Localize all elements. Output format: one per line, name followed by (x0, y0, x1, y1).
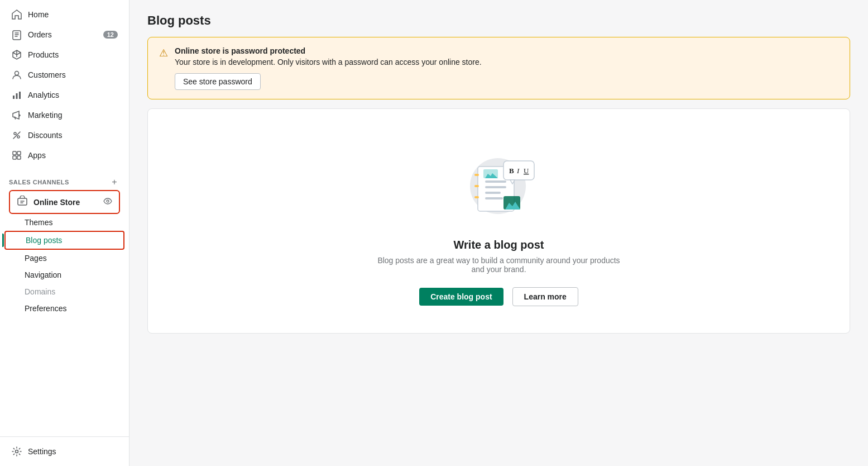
orders-badge: 12 (103, 31, 118, 39)
alert-description: Your store is in development. Only visit… (175, 58, 482, 66)
apps-icon (11, 150, 22, 161)
svg-point-1 (15, 72, 19, 75)
sidebar: Home Orders 12 Products Customers (0, 0, 130, 466)
svg-rect-29 (474, 174, 479, 176)
sidebar-nav: Home Orders 12 Products Customers (0, 0, 129, 170)
svg-rect-8 (17, 151, 21, 155)
online-store-icon (17, 196, 28, 208)
sidebar-item-discounts[interactable]: Discounts (4, 125, 124, 145)
svg-rect-2 (13, 96, 15, 99)
sub-item-pages[interactable]: Pages (4, 250, 124, 267)
sidebar-item-settings[interactable]: Settings (4, 441, 124, 462)
svg-rect-17 (485, 186, 506, 188)
svg-rect-31 (474, 196, 479, 198)
see-store-password-button[interactable]: See store password (175, 73, 261, 90)
marketing-icon (11, 110, 22, 121)
products-icon (11, 49, 22, 60)
sidebar-item-products[interactable]: Products (4, 45, 124, 65)
svg-rect-4 (19, 92, 21, 99)
add-sales-channel-button[interactable]: + (109, 177, 120, 188)
sidebar-item-online-store[interactable]: Online Store (9, 190, 120, 214)
create-blog-post-button[interactable]: Create blog post (419, 288, 503, 306)
svg-point-5 (14, 132, 16, 135)
home-icon (11, 9, 22, 20)
svg-rect-30 (474, 185, 479, 187)
svg-point-6 (17, 136, 20, 138)
svg-rect-11 (18, 198, 27, 205)
sidebar-item-orders[interactable]: Orders 12 (4, 25, 124, 45)
sub-item-domains[interactable]: Domains (4, 283, 124, 300)
settings-icon (11, 446, 22, 457)
discounts-icon (11, 130, 22, 141)
svg-rect-7 (13, 151, 16, 155)
sub-item-blog-posts[interactable]: Blog posts (4, 231, 124, 250)
alert-title: Online store is password protected (175, 46, 482, 55)
empty-state-card: B I U Write a blog post Blog posts are a… (147, 108, 850, 334)
svg-text:U: U (524, 167, 529, 175)
sidebar-item-customers[interactable]: Customers (4, 65, 124, 85)
svg-rect-0 (13, 31, 21, 40)
sub-item-preferences[interactable]: Preferences (4, 300, 124, 317)
sidebar-item-home[interactable]: Home (4, 4, 124, 25)
empty-state-title: Write a blog post (454, 239, 544, 251)
sidebar-item-apps[interactable]: Apps (4, 145, 124, 165)
alert-content: Online store is password protected Your … (175, 46, 482, 90)
sidebar-bottom: Settings (0, 436, 129, 466)
empty-state-description: Blog posts are a great way to build a co… (371, 256, 627, 274)
warning-icon: ⚠ (159, 47, 168, 59)
online-store-submenu: Themes Blog posts Pages Navigation Domai… (0, 214, 129, 317)
svg-rect-16 (485, 180, 506, 183)
active-indicator (2, 234, 4, 247)
learn-more-button[interactable]: Learn more (512, 287, 578, 306)
alert-banner: ⚠ Online store is password protected You… (147, 37, 850, 99)
main-content: Blog posts ⚠ Online store is password pr… (130, 0, 868, 466)
svg-text:B: B (509, 167, 514, 175)
svg-rect-10 (17, 156, 21, 159)
sidebar-item-analytics[interactable]: Analytics (4, 85, 124, 105)
svg-point-13 (16, 450, 18, 453)
customers-icon (11, 69, 22, 80)
svg-rect-3 (16, 93, 18, 99)
empty-state-actions: Create blog post Learn more (419, 287, 578, 306)
svg-rect-19 (485, 197, 503, 199)
sidebar-item-marketing[interactable]: Marketing (4, 105, 124, 125)
sub-item-themes[interactable]: Themes (4, 214, 124, 231)
sales-channels-header: Sales Channels + (0, 170, 129, 190)
svg-text:I: I (516, 167, 520, 175)
sub-item-navigation[interactable]: Navigation (4, 267, 124, 283)
page-title: Blog posts (147, 13, 850, 28)
blog-illustration: B I U (454, 136, 544, 225)
eye-icon (103, 197, 112, 207)
svg-point-12 (107, 200, 109, 202)
analytics-icon (11, 89, 22, 101)
svg-rect-18 (485, 192, 501, 194)
orders-icon (11, 29, 22, 40)
svg-rect-9 (13, 156, 16, 159)
